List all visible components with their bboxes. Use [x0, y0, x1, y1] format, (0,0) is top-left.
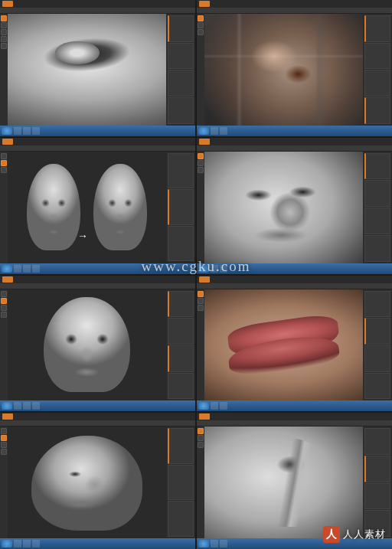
viewport-canvas[interactable] [8, 289, 166, 401]
taskbar-item[interactable] [14, 265, 21, 273]
tool-button[interactable] [1, 29, 7, 35]
tool-button[interactable] [1, 36, 7, 42]
window-titlebar[interactable] [197, 0, 392, 8]
taskbar-item[interactable] [220, 265, 227, 273]
menu-bar[interactable] [197, 283, 392, 289]
taskbar-item[interactable] [14, 540, 21, 547]
panel-section[interactable] [168, 97, 194, 124]
panel-section[interactable] [168, 291, 194, 318]
taskbar-item[interactable] [211, 127, 218, 135]
viewport-canvas[interactable] [8, 426, 166, 538]
tool-button[interactable] [198, 305, 204, 311]
panel-section[interactable] [364, 510, 390, 537]
start-button[interactable] [2, 402, 12, 410]
panel-section[interactable] [168, 189, 194, 225]
tool-shelf-left[interactable] [197, 289, 204, 401]
windows-taskbar[interactable] [197, 400, 392, 411]
taskbar-item[interactable] [211, 402, 218, 410]
window-titlebar[interactable] [197, 276, 392, 283]
start-button[interactable] [198, 127, 209, 135]
taskbar-item[interactable] [220, 540, 227, 547]
taskbar-item[interactable] [220, 127, 227, 135]
panel-section[interactable] [364, 483, 390, 510]
menu-bar[interactable] [0, 283, 195, 289]
menu-bar[interactable] [0, 8, 195, 14]
right-panel-tray[interactable] [166, 289, 195, 401]
panel-section[interactable] [364, 456, 390, 482]
taskbar-item[interactable] [32, 402, 40, 410]
panel-section[interactable] [364, 153, 390, 180]
menu-bar[interactable] [0, 145, 195, 152]
tool-shelf-left[interactable] [197, 14, 204, 126]
taskbar-item[interactable] [23, 127, 31, 135]
tool-shelf-left[interactable] [197, 426, 204, 538]
panel-section[interactable] [168, 70, 194, 96]
taskbar-item[interactable] [220, 402, 227, 410]
tool-button[interactable] [1, 442, 7, 448]
tool-button[interactable] [1, 43, 7, 49]
viewport-canvas[interactable] [8, 14, 166, 126]
tool-button[interactable] [198, 435, 204, 441]
tool-button[interactable] [1, 449, 7, 455]
panel-section[interactable] [168, 318, 194, 345]
panel-section[interactable] [168, 43, 194, 70]
tool-button[interactable] [198, 291, 204, 297]
window-titlebar[interactable] [197, 138, 392, 145]
panel-section[interactable] [168, 226, 194, 262]
start-button[interactable] [198, 265, 209, 273]
tool-button[interactable] [1, 305, 7, 311]
tool-button[interactable] [198, 153, 204, 159]
start-button[interactable] [2, 265, 12, 273]
window-titlebar[interactable] [0, 413, 195, 420]
tool-shelf-left[interactable] [0, 14, 8, 126]
panel-section[interactable] [168, 501, 194, 537]
tool-button[interactable] [1, 291, 7, 297]
window-titlebar[interactable] [197, 413, 392, 420]
tool-button[interactable] [1, 22, 7, 28]
start-button[interactable] [2, 127, 12, 135]
taskbar-item[interactable] [23, 540, 31, 547]
window-titlebar[interactable] [0, 276, 195, 283]
tool-shelf-left[interactable] [197, 152, 204, 263]
tool-button[interactable] [198, 167, 204, 173]
viewport-canvas[interactable] [204, 14, 363, 126]
right-panel-tray[interactable] [363, 289, 392, 401]
tool-button[interactable] [198, 160, 204, 166]
start-button[interactable] [198, 402, 209, 410]
windows-taskbar[interactable] [0, 126, 195, 136]
tool-button[interactable] [1, 428, 7, 434]
tool-button[interactable] [198, 298, 204, 304]
tool-shelf-left[interactable] [0, 152, 8, 263]
tool-button[interactable] [198, 428, 204, 434]
viewport-canvas[interactable] [204, 426, 363, 538]
taskbar-item[interactable] [23, 402, 31, 410]
right-panel-tray[interactable] [363, 152, 392, 263]
menu-bar[interactable] [0, 420, 195, 426]
panel-section[interactable] [168, 345, 194, 372]
taskbar-item[interactable] [32, 265, 40, 273]
panel-section[interactable] [364, 15, 390, 42]
menu-bar[interactable] [197, 145, 392, 152]
window-titlebar[interactable] [0, 0, 195, 8]
viewport-canvas[interactable] [204, 289, 363, 401]
windows-taskbar[interactable] [0, 538, 195, 549]
viewport-canvas[interactable]: → [8, 152, 166, 263]
windows-taskbar[interactable] [0, 263, 195, 274]
panel-section[interactable] [364, 291, 390, 318]
windows-taskbar[interactable] [197, 126, 392, 136]
right-panel-tray[interactable] [166, 14, 195, 126]
panel-section[interactable] [168, 373, 194, 400]
start-button[interactable] [198, 540, 209, 547]
right-panel-tray[interactable] [363, 14, 392, 126]
start-button[interactable] [2, 540, 12, 547]
menu-bar[interactable] [197, 420, 392, 426]
tool-button[interactable] [1, 160, 7, 166]
tool-button[interactable] [1, 298, 7, 304]
taskbar-item[interactable] [211, 265, 218, 273]
panel-section[interactable] [168, 153, 194, 189]
tool-button[interactable] [198, 22, 204, 28]
windows-taskbar[interactable] [197, 538, 392, 549]
tool-button[interactable] [1, 153, 7, 159]
taskbar-item[interactable] [32, 127, 40, 135]
panel-section[interactable] [364, 235, 390, 262]
